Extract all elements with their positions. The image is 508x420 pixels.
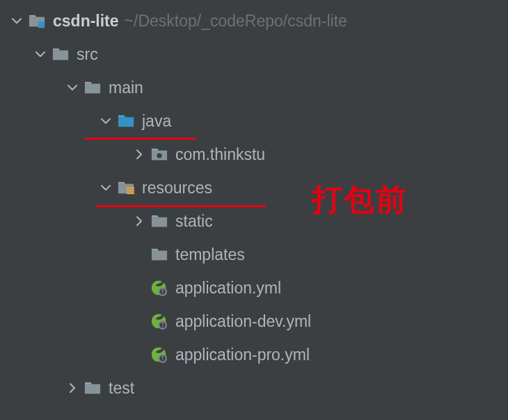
- annotation-underline-java: [85, 138, 196, 140]
- spring-config-icon: [150, 312, 168, 330]
- resources-folder-icon: [117, 179, 135, 197]
- tree-label: templates: [175, 247, 245, 263]
- tree-node-templates[interactable]: templates: [0, 238, 508, 271]
- tree-node-main[interactable]: main: [0, 71, 508, 104]
- chevron-down-icon[interactable]: [97, 179, 114, 196]
- chevron-down-icon[interactable]: [97, 113, 114, 129]
- tree-node-application-pro-yml[interactable]: application-pro.yml: [0, 338, 508, 371]
- folder-icon: [150, 212, 168, 230]
- tree-label: static: [175, 213, 213, 229]
- tree-label: application-dev.yml: [175, 314, 311, 330]
- chevron-right-icon[interactable]: [64, 380, 81, 396]
- tree-label: test: [109, 380, 134, 396]
- folder-icon: [51, 45, 70, 63]
- tree-label: java: [142, 113, 171, 129]
- tree-node-application-yml[interactable]: application.yml: [0, 271, 508, 305]
- tree-label: src: [77, 47, 98, 63]
- tree-node-test[interactable]: test: [0, 371, 508, 405]
- chevron-down-icon[interactable]: [32, 46, 49, 63]
- project-name: csdn-lite: [53, 13, 119, 29]
- tree-node-package[interactable]: com.thinkstu: [0, 138, 508, 171]
- folder-icon: [84, 379, 102, 397]
- package-folder-icon: [150, 145, 168, 163]
- chevron-down-icon[interactable]: [8, 13, 25, 29]
- module-folder-icon: [28, 12, 46, 30]
- tree-node-java[interactable]: java: [0, 104, 508, 138]
- tree-node-static[interactable]: static: [0, 204, 508, 238]
- chevron-down-icon[interactable]: [64, 79, 81, 96]
- tree-label: resources: [142, 180, 212, 196]
- chevron-right-icon[interactable]: [131, 213, 148, 229]
- chevron-right-icon[interactable]: [131, 146, 148, 163]
- folder-icon: [150, 245, 168, 264]
- tree-label: application-pro.yml: [175, 347, 310, 363]
- folder-icon: [84, 79, 102, 97]
- annotation-text: 打包前: [312, 179, 408, 220]
- source-folder-icon: [117, 112, 135, 130]
- arrow-spacer: [131, 313, 148, 330]
- arrow-spacer: [131, 280, 148, 296]
- annotation-underline-resources: [96, 205, 266, 207]
- tree-node-root[interactable]: csdn-lite ~/Desktop/_codeRepo/csdn-lite: [0, 4, 508, 38]
- arrow-spacer: [131, 346, 148, 363]
- spring-config-icon: [150, 279, 168, 297]
- tree-node-src[interactable]: src: [0, 38, 508, 71]
- tree-node-application-dev-yml[interactable]: application-dev.yml: [0, 305, 508, 338]
- tree-label: com.thinkstu: [175, 147, 265, 163]
- project-tree: csdn-lite ~/Desktop/_codeRepo/csdn-lite …: [0, 0, 508, 405]
- project-path: ~/Desktop/_codeRepo/csdn-lite: [125, 13, 347, 29]
- tree-label: application.yml: [175, 280, 281, 296]
- spring-config-icon: [150, 346, 168, 364]
- tree-node-resources[interactable]: resources: [0, 171, 508, 204]
- tree-label: main: [109, 80, 143, 96]
- arrow-spacer: [131, 246, 148, 263]
